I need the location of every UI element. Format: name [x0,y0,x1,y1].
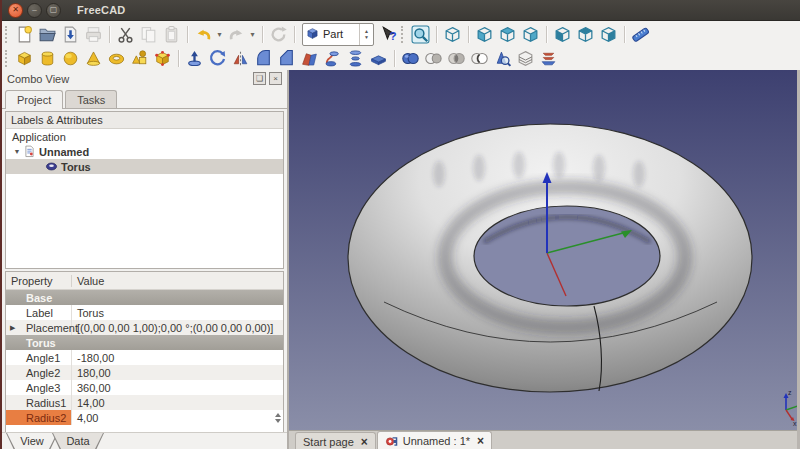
part-revolve-icon[interactable] [207,48,228,69]
expander-icon[interactable]: ▶ [10,324,15,332]
toolbar-drag-handle[interactable] [5,50,10,67]
part-cone-icon[interactable] [83,48,104,69]
tree-expander-icon[interactable]: ▼ [12,148,22,155]
toolbar-part [2,47,800,70]
view-left-icon[interactable] [598,24,619,45]
property-row-angle3[interactable]: Angle3360,00 [6,380,283,395]
tree-item-application[interactable]: Application [6,129,283,144]
workbench-selector-spinner-icon[interactable]: ▲▼ [359,24,373,45]
view-axonometric-icon[interactable] [442,24,463,45]
view-bottom-icon[interactable] [575,24,596,45]
combo-view-panel: Combo View ❏ × Project Tasks Labels & At… [2,70,289,449]
panel-float-button[interactable]: ❏ [253,72,266,85]
spinner-up-icon[interactable] [275,413,281,417]
part-thickness-icon[interactable] [538,48,559,69]
property-group-torus: Torus [6,335,283,350]
tab-project[interactable]: Project [5,90,63,109]
value-spinner-icon[interactable] [275,413,281,423]
part-loft-icon[interactable] [345,48,366,69]
fit-all-icon[interactable] [410,24,431,45]
boolean-section-icon[interactable] [469,48,490,69]
save-document-icon[interactable] [60,24,81,45]
mdi-tab-start-page[interactable]: Start page× [295,432,376,449]
part-chamfer-icon[interactable] [276,48,297,69]
view-front-icon[interactable] [474,24,495,45]
redo-icon[interactable] [226,24,247,45]
part-ruled-surface-icon[interactable] [299,48,320,69]
property-row-placement[interactable]: ▶Placement[(0,00 0,00 1,00);0,00 °;(0,00… [6,320,283,335]
window-maximize-button[interactable]: ▢ [46,3,61,18]
tab-close-icon[interactable]: × [361,436,368,448]
part-mirror-icon[interactable] [230,48,251,69]
part-sphere-icon[interactable] [60,48,81,69]
part-torus-icon[interactable] [106,48,127,69]
toolbar-separator [109,26,110,43]
property-view-tabs: View Data [2,432,287,449]
property-name-label: Label [26,307,53,319]
refresh-icon[interactable] [268,24,289,45]
property-value-label: Torus [77,307,104,319]
part-sweep-icon[interactable] [322,48,343,69]
axis-triad: z y x [784,389,798,427]
view-top-icon[interactable] [497,24,518,45]
cut-icon[interactable] [115,24,136,45]
check-geometry-icon[interactable] [492,48,513,69]
property-value-cell[interactable]: 4,00 [72,410,283,425]
tab-view[interactable]: View [6,433,58,449]
new-document-icon[interactable] [14,24,35,45]
part-cylinder-icon[interactable] [37,48,58,69]
triad-z-label: z [788,389,792,396]
3d-viewport[interactable]: z y x [289,70,797,430]
property-name-cell: Label [6,305,72,320]
toolbar-drag-handle[interactable] [5,26,10,43]
boolean-cut-icon[interactable] [423,48,444,69]
paste-icon[interactable] [161,24,182,45]
undo-icon[interactable] [193,24,214,45]
part-fillet-icon[interactable] [253,48,274,69]
property-row-label[interactable]: LabelTorus [6,305,283,320]
combo-view-titlebar: Combo View ❏ × [2,70,287,87]
open-document-icon[interactable] [37,24,58,45]
property-value-label: 360,00 [77,382,111,394]
property-row-radius1[interactable]: Radius114,00 [6,395,283,410]
part-box-icon[interactable] [14,48,35,69]
property-name-cell: Radius1 [6,395,72,410]
part-primitives-icon[interactable] [129,48,150,69]
property-row-angle1[interactable]: Angle1-180,00 [6,350,283,365]
tab-data[interactable]: Data [52,433,104,449]
whats-this-icon[interactable]: ? [378,24,399,45]
part-section-icon[interactable] [368,48,389,69]
measure-linear-icon[interactable] [630,24,651,45]
copy-icon[interactable] [138,24,159,45]
view-right-icon[interactable] [520,24,541,45]
panel-close-button[interactable]: × [269,72,282,85]
toolbar-drag-handle[interactable] [401,26,406,43]
property-name-label: Angle1 [26,352,60,364]
print-icon[interactable] [83,24,104,45]
window-close-button[interactable]: ✕ [8,3,23,18]
boolean-common-icon[interactable] [446,48,467,69]
view-rear-icon[interactable] [552,24,573,45]
titlebar: ✕ – ▢ FreeCAD [2,0,800,21]
part-shape-builder-icon[interactable] [152,48,173,69]
workbench-selector[interactable]: Part▲▼ [302,23,374,46]
window-minimize-button[interactable]: – [27,3,42,18]
toolbar-separator [187,26,188,43]
cross-sections-icon[interactable] [515,48,536,69]
tree-item-unnamed[interactable]: ▼ Unnamed [6,144,283,159]
toolbar-standard: ▾▾Part▲▼? [2,21,800,47]
boolean-union-icon[interactable] [400,48,421,69]
redo-history-dropdown[interactable]: ▾ [248,30,257,39]
property-group-base: Base [6,290,283,305]
mdi-tab-unnamed-1-[interactable]: Unnamed : 1*× [377,431,492,449]
tab-tasks[interactable]: Tasks [65,90,117,108]
property-row-radius2[interactable]: Radius24,00 [6,410,283,425]
spinner-down-icon[interactable] [275,419,281,423]
property-value-label: 180,00 [77,367,111,379]
part-extrude-icon[interactable] [184,48,205,69]
property-row-angle2[interactable]: Angle2180,00 [6,365,283,380]
tree-item-torus[interactable]: Torus [6,159,283,174]
toolbar-separator [178,50,179,67]
tab-close-icon[interactable]: × [477,435,484,447]
undo-history-dropdown[interactable]: ▾ [215,30,224,39]
